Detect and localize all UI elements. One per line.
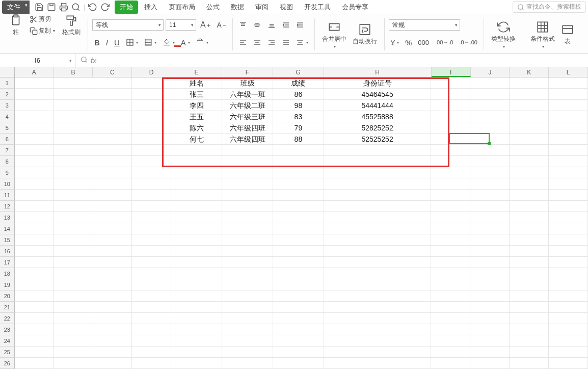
cell[interactable] [54, 324, 93, 335]
cell[interactable] [470, 167, 510, 178]
cell[interactable] [132, 324, 171, 335]
cell[interactable] [324, 268, 431, 279]
cell[interactable] [54, 167, 93, 178]
cell[interactable] [54, 212, 93, 223]
cell[interactable] [15, 178, 54, 190]
align-right-icon[interactable] [265, 37, 278, 47]
cell[interactable] [549, 145, 588, 156]
cell[interactable] [132, 190, 171, 201]
cell[interactable] [132, 302, 171, 313]
row-header[interactable]: 10 [0, 178, 15, 190]
cell[interactable] [510, 223, 549, 234]
cell[interactable] [132, 358, 171, 369]
cell[interactable] [470, 324, 510, 335]
cell[interactable] [549, 358, 588, 369]
cell[interactable] [510, 335, 549, 347]
cell[interactable] [132, 100, 171, 111]
align-left-icon[interactable] [237, 37, 249, 47]
cell[interactable] [171, 201, 222, 212]
col-header-H[interactable]: H [324, 67, 432, 77]
col-header-F[interactable]: F [222, 67, 273, 77]
cell[interactable] [15, 77, 54, 89]
cell[interactable] [510, 257, 549, 268]
cell[interactable] [510, 77, 549, 89]
cell[interactable] [273, 347, 324, 358]
cell[interactable] [431, 268, 470, 279]
cell[interactable] [510, 178, 549, 190]
cell[interactable] [15, 358, 54, 369]
cell[interactable] [93, 100, 132, 111]
cell[interactable] [431, 77, 470, 89]
cell[interactable] [93, 77, 132, 89]
cell[interactable] [549, 335, 588, 347]
cell[interactable] [470, 178, 510, 190]
cell[interactable]: 45464545 [324, 89, 431, 100]
cell[interactable] [549, 100, 588, 111]
cell[interactable]: 52525252 [324, 134, 431, 145]
cell[interactable] [93, 290, 132, 302]
cell[interactable] [273, 167, 324, 178]
cell[interactable] [132, 201, 171, 212]
cell[interactable] [15, 290, 54, 302]
cell[interactable] [549, 134, 588, 145]
cell[interactable] [470, 89, 510, 100]
cell[interactable] [470, 190, 510, 201]
cell[interactable] [54, 190, 93, 201]
cell[interactable] [431, 290, 470, 302]
tab-data[interactable]: 数据 [226, 1, 249, 14]
spreadsheet-grid[interactable]: ABCDEFGHIJKL 1姓名班级成绩身份证号2张三六年级一班86454645… [0, 67, 588, 372]
cell[interactable] [510, 122, 549, 134]
cell[interactable] [15, 335, 54, 347]
cell[interactable] [510, 313, 549, 324]
cell[interactable] [54, 145, 93, 156]
cell[interactable] [222, 156, 273, 167]
cell[interactable] [510, 100, 549, 111]
distribute-icon[interactable] [294, 37, 310, 47]
cell[interactable] [273, 268, 324, 279]
cell[interactable] [171, 335, 222, 347]
cell[interactable]: 姓名 [171, 77, 222, 89]
row-header[interactable]: 15 [0, 234, 15, 246]
cell[interactable] [93, 234, 132, 246]
cell[interactable] [93, 134, 132, 145]
decrease-indent-icon[interactable] [280, 20, 292, 30]
cell[interactable]: 六年级四班 [222, 122, 273, 134]
cell[interactable] [549, 234, 588, 246]
cell[interactable] [470, 302, 510, 313]
cell[interactable] [132, 268, 171, 279]
cell[interactable]: 成绩 [273, 77, 324, 89]
cell[interactable]: 何七 [171, 134, 222, 145]
cell[interactable] [549, 324, 588, 335]
cell[interactable] [324, 156, 431, 167]
cell[interactable] [93, 122, 132, 134]
cell[interactable] [273, 257, 324, 268]
fx-label[interactable]: fx [91, 57, 96, 65]
cell[interactable] [54, 201, 93, 212]
cell[interactable]: 王五 [171, 111, 222, 122]
row-header[interactable]: 25 [0, 347, 15, 358]
cell[interactable] [15, 100, 54, 111]
cell[interactable] [222, 178, 273, 190]
cell[interactable] [222, 201, 273, 212]
decrease-font-icon[interactable]: A− [215, 20, 228, 30]
cell[interactable] [431, 156, 470, 167]
select-all-corner[interactable] [0, 67, 15, 77]
cell[interactable]: 班级 [222, 77, 273, 89]
cell[interactable] [470, 145, 510, 156]
cell[interactable] [510, 234, 549, 246]
cell[interactable] [54, 246, 93, 257]
cell[interactable] [54, 77, 93, 89]
cell[interactable] [324, 201, 431, 212]
cell[interactable] [93, 324, 132, 335]
cell[interactable] [93, 335, 132, 347]
cell[interactable] [171, 347, 222, 358]
cell[interactable] [132, 145, 171, 156]
tab-review[interactable]: 审阅 [250, 1, 274, 14]
percent-icon[interactable]: % [403, 37, 414, 48]
cell[interactable]: 98 [273, 100, 324, 111]
cell[interactable] [470, 111, 510, 122]
cell[interactable] [324, 279, 431, 290]
cell[interactable] [93, 347, 132, 358]
cell[interactable] [171, 268, 222, 279]
cell[interactable] [431, 257, 470, 268]
